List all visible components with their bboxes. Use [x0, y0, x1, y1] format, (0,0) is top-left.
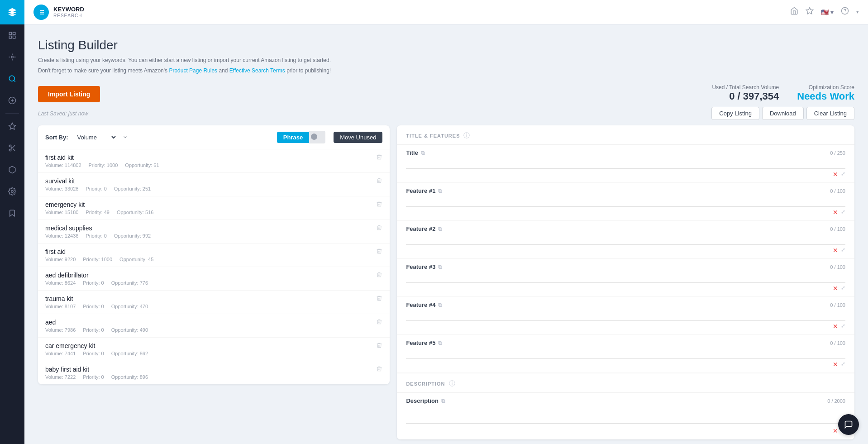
svg-line-14	[13, 149, 15, 151]
title-expand-icon[interactable]: ⤢	[841, 171, 845, 178]
move-unused-button[interactable]: Move Unused	[334, 132, 382, 143]
feature5-input[interactable]	[406, 348, 845, 359]
description-input[interactable]	[406, 406, 845, 424]
sidebar-item-rocket[interactable]	[0, 90, 24, 111]
feature1-counter: 0 / 100	[830, 188, 845, 194]
keyword-delete-icon[interactable]	[376, 201, 382, 209]
feature1-clear-icon[interactable]: ✕	[833, 209, 838, 216]
feature5-label: Feature #5 ⧉	[406, 339, 442, 346]
feature2-expand-icon[interactable]: ⤢	[841, 247, 845, 254]
feature4-copy-icon[interactable]: ⧉	[438, 302, 442, 308]
product-page-rules-link[interactable]: Product Page Rules	[169, 67, 217, 74]
keyword-opportunity: Opportunity: 45	[119, 257, 153, 262]
keyword-meta: Volume: 9220 Priority: 1000 Opportunity:…	[45, 257, 153, 262]
keyword-list-item: first aid kit Volume: 114802 Priority: 1…	[38, 149, 390, 173]
keyword-name: aed defibrillator	[45, 272, 148, 279]
keyword-actions	[376, 366, 382, 374]
sidebar-item-bookmark[interactable]	[0, 202, 24, 224]
clear-listing-button[interactable]: Clear Listing	[806, 107, 854, 120]
feature3-counter: 0 / 100	[830, 264, 845, 270]
feature4-input[interactable]	[406, 310, 845, 321]
copy-listing-button[interactable]: Copy Listing	[711, 107, 759, 120]
svg-rect-0	[9, 32, 11, 34]
title-clear-icon[interactable]: ✕	[833, 171, 838, 178]
title-counter: 0 / 250	[830, 150, 845, 156]
keyword-priority: Priority: 1000	[83, 257, 112, 262]
feature5-expand-icon[interactable]: ⤢	[841, 361, 845, 368]
download-button[interactable]: Download	[762, 107, 804, 120]
keyword-delete-icon[interactable]	[376, 342, 382, 350]
feature4-clear-icon[interactable]: ✕	[833, 323, 838, 330]
header-row: Import Listing Used / Total Search Volum…	[38, 84, 854, 102]
sidebar-item-search[interactable]	[0, 68, 24, 90]
sidebar-item-scissors[interactable]	[0, 137, 24, 159]
keyword-delete-icon[interactable]	[376, 224, 382, 233]
keyword-opportunity: Opportunity: 862	[111, 351, 148, 356]
svg-line-15	[11, 147, 12, 148]
brand: KEYWORD RESEARCH	[33, 5, 84, 20]
sidebar-item-dashboard[interactable]	[0, 24, 24, 46]
feature2-copy-icon[interactable]: ⧉	[438, 226, 442, 232]
keyword-priority: Priority: 0	[86, 233, 106, 239]
sidebar-item-settings[interactable]	[0, 181, 24, 202]
home-icon[interactable]	[790, 7, 798, 17]
feature4-expand-icon[interactable]: ⤢	[841, 323, 845, 330]
sort-by-label: Sort By:	[45, 134, 68, 141]
keyword-opportunity: Opportunity: 470	[111, 304, 148, 309]
description-info-icon[interactable]: ⓘ	[449, 380, 455, 388]
feature3-input[interactable]	[406, 272, 845, 283]
feature1-input[interactable]	[406, 196, 845, 207]
keyword-delete-icon[interactable]	[376, 177, 382, 186]
keyword-list: first aid kit Volume: 114802 Priority: 1…	[38, 149, 390, 384]
keyword-list-item: aed Volume: 7986 Priority: 0 Opportunity…	[38, 314, 390, 338]
help-icon[interactable]	[841, 7, 849, 17]
keyword-delete-icon[interactable]	[376, 319, 382, 327]
keyword-meta: Volume: 12436 Priority: 0 Opportunity: 9…	[45, 233, 151, 239]
keyword-volume: Volume: 7986	[45, 327, 76, 333]
keyword-delete-icon[interactable]	[376, 295, 382, 303]
keyword-list-item: car emergency kit Volume: 7441 Priority:…	[38, 338, 390, 361]
feature3-expand-icon[interactable]: ⤢	[841, 285, 845, 292]
description-clear-icon[interactable]: ✕	[833, 427, 838, 434]
keyword-actions	[376, 248, 382, 256]
phrase-toggle-switch[interactable]	[309, 131, 325, 143]
pin-icon[interactable]	[806, 7, 814, 17]
keyword-delete-icon[interactable]	[376, 272, 382, 280]
title-features-info-icon[interactable]: ⓘ	[463, 132, 470, 140]
sort-select[interactable]: Volume Priority Opportunity	[74, 133, 117, 142]
keyword-meta: Volume: 7986 Priority: 0 Opportunity: 49…	[45, 327, 148, 333]
feature3-copy-icon[interactable]: ⧉	[438, 264, 442, 270]
feature2-clear-icon[interactable]: ✕	[833, 247, 838, 254]
feature2-input[interactable]	[406, 234, 845, 245]
title-copy-icon[interactable]: ⧉	[421, 150, 425, 156]
keyword-name: car emergency kit	[45, 342, 148, 349]
svg-rect-3	[13, 36, 15, 38]
content-area: Listing Builder Create a listing using y…	[24, 24, 868, 444]
title-input[interactable]	[406, 158, 845, 169]
keyword-name: survival kit	[45, 177, 151, 185]
feature1-copy-icon[interactable]: ⧉	[438, 188, 442, 194]
keyword-delete-icon[interactable]	[376, 154, 382, 162]
used-volume-block: Used / Total Search Volume 0 / 397,354	[712, 84, 779, 102]
keyword-delete-icon[interactable]	[376, 366, 382, 374]
feature1-expand-icon[interactable]: ⤢	[841, 209, 845, 216]
svg-point-9	[9, 76, 14, 81]
keyword-opportunity: Opportunity: 776	[111, 280, 148, 286]
feature5-clear-icon[interactable]: ✕	[833, 361, 838, 368]
sidebar-item-sparkle[interactable]	[0, 46, 24, 68]
sidebar-item-pin[interactable]	[0, 115, 24, 137]
nav-logo[interactable]	[0, 0, 24, 24]
sidebar-item-box[interactable]	[0, 159, 24, 181]
description-copy-icon[interactable]: ⧉	[441, 398, 445, 404]
chat-bubble[interactable]	[838, 414, 859, 435]
title-features-section-header: TITLE & FEATURES ⓘ	[397, 125, 854, 145]
phrase-button[interactable]: Phrase	[277, 132, 309, 143]
keyword-delete-icon[interactable]	[376, 248, 382, 256]
effective-search-terms-link[interactable]: Effective Search Terms	[229, 67, 285, 74]
feature3-clear-icon[interactable]: ✕	[833, 285, 838, 292]
keyword-meta: Volume: 7441 Priority: 0 Opportunity: 86…	[45, 351, 148, 356]
flag-icon[interactable]: 🇺🇸 ▾	[821, 9, 834, 16]
feature5-copy-icon[interactable]: ⧉	[438, 340, 442, 346]
keyword-panel: Sort By: Volume Priority Opportunity Phr…	[38, 125, 390, 384]
import-listing-button[interactable]: Import Listing	[38, 86, 100, 102]
